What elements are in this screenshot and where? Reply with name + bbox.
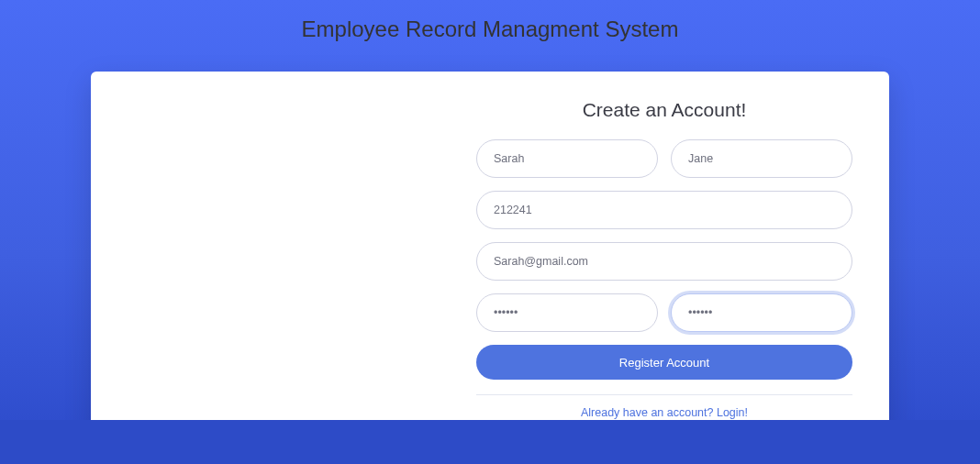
first-name-input[interactable] bbox=[476, 139, 658, 178]
name-row bbox=[476, 139, 852, 178]
repeat-password-input[interactable] bbox=[671, 293, 852, 332]
register-card: Create an Account! Register Account Alre… bbox=[91, 72, 889, 438]
last-name-input[interactable] bbox=[671, 139, 852, 178]
page-title: Employee Record Managment System bbox=[0, 0, 980, 46]
employee-id-input[interactable] bbox=[476, 191, 852, 229]
card-image-panel bbox=[91, 72, 440, 438]
password-input[interactable] bbox=[476, 293, 658, 332]
login-link[interactable]: Already have an account? Login! bbox=[476, 406, 852, 419]
register-form-panel: Create an Account! Register Account Alre… bbox=[440, 72, 889, 438]
form-heading: Create an Account! bbox=[476, 99, 852, 121]
password-row bbox=[476, 293, 852, 332]
register-button[interactable]: Register Account bbox=[476, 345, 852, 380]
divider bbox=[476, 394, 852, 395]
footer-band bbox=[0, 420, 980, 464]
email-input[interactable] bbox=[476, 242, 852, 281]
